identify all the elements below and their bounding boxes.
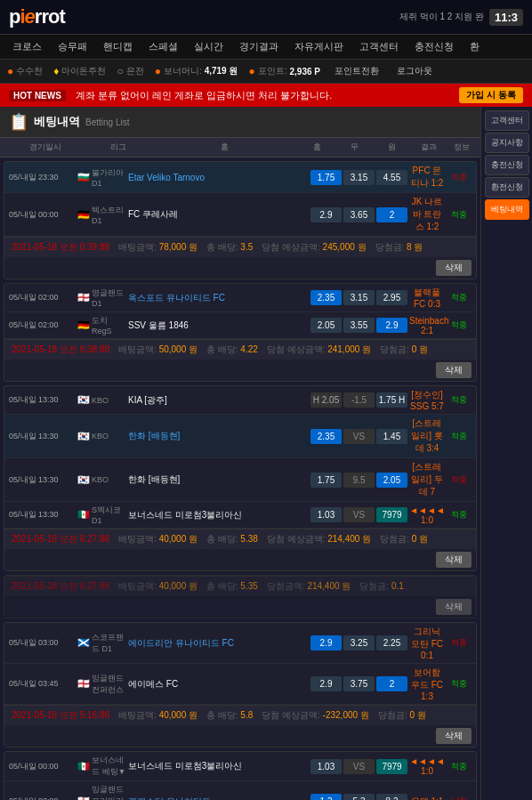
away-odds[interactable]: 7979 xyxy=(376,759,407,774)
nav-charge[interactable]: 충전신청 xyxy=(407,35,461,59)
total-odds: 총 배당: 4.22 xyxy=(206,343,258,356)
away-odds[interactable]: 2.95 xyxy=(376,290,407,305)
game-league: 🇩🇪텍스트리 D1 xyxy=(77,205,126,225)
page-indicator: 제쥐 먹이 1 2 지원 완 xyxy=(399,11,484,23)
nav-board[interactable]: 자유게시판 xyxy=(287,35,351,59)
nav-extra[interactable]: 환 xyxy=(463,35,487,59)
info-status: 적중 xyxy=(447,394,472,406)
home-odds[interactable]: 2.05 xyxy=(310,318,342,333)
away-odds[interactable]: 2.25 xyxy=(376,635,407,651)
home-odds[interactable]: 1.3 xyxy=(310,794,342,800)
home-odds[interactable]: 2.35 xyxy=(310,290,342,305)
total-odds: 총 배당: 5.38 xyxy=(206,533,258,545)
bet-info: 2021-05-18 오전 6:38:88 배팅금액: 50,000 원 총 배… xyxy=(4,339,476,360)
nav-results[interactable]: 경기결과 xyxy=(232,35,286,59)
col-result: 결과 xyxy=(411,141,447,153)
bet-group-2: 05/내일 02:00 🏴󠁧󠁢󠁥󠁮󠁧󠁿영글랜드 D1 옥스포드 유나이티드 FC… xyxy=(4,283,477,382)
delete-row-1: 삭제 xyxy=(4,257,476,279)
betting-list-subtitle: Betting List xyxy=(85,117,129,127)
nav-special[interactable]: 스페셜 xyxy=(141,35,185,59)
away-odds[interactable]: 7979 xyxy=(376,507,407,522)
away-odds[interactable]: 8.3 xyxy=(376,794,407,800)
home-odds[interactable]: 1.75 xyxy=(310,170,342,185)
away-odds[interactable]: 2.05 xyxy=(376,473,407,488)
info-status: 적중 xyxy=(447,292,472,303)
home-odds[interactable]: 1.75 xyxy=(310,473,342,488)
away-odds[interactable]: 1.45 xyxy=(376,429,407,444)
away-odds[interactable]: 2.9 xyxy=(376,318,407,333)
bet-info: 2021-05-18 오전 6:27:88 배팅금액: 40,000 원 총 배… xyxy=(4,576,476,596)
bet-date: 2021-05-18 오전 0:39:88 xyxy=(12,241,109,254)
bet-date: 2021-05-18 오전 6:27:88 xyxy=(12,533,109,545)
draw-odds[interactable]: 3.25 xyxy=(343,635,375,651)
game-datetime: 05/내일 00:00 xyxy=(9,209,76,221)
betting-list-header: 📋 베팅내역 Betting List xyxy=(0,107,480,138)
away-odds[interactable]: 2 xyxy=(376,676,407,691)
draw-odds[interactable]: 3.15 xyxy=(343,290,375,305)
table-row: 05/내일 13:30 🇰🇷KBO 한화 [배등현] 1.75 9.5 2.05… xyxy=(4,458,476,502)
sidebar-btn-exchange[interactable]: 환전신청 xyxy=(485,177,529,198)
home-odds[interactable]: 2.9 xyxy=(310,207,342,222)
draw-odds[interactable]: 5.3 xyxy=(343,794,375,800)
game-league: 🇲🇽S멕시코 D1 xyxy=(77,505,126,525)
nav-customer[interactable]: 고객센터 xyxy=(352,35,406,59)
bet-group-4: 05/내일 03:00 🏴󠁧󠁢󠁳󠁣󠁴󠁿스코프랜드 D1 에이드리안 유나이티드 … xyxy=(4,622,477,747)
home-team: SSV 울름 1846 xyxy=(128,319,309,332)
home-odds[interactable]: 1.03 xyxy=(310,759,342,774)
home-odds[interactable]: 2.35 xyxy=(310,429,342,444)
info-status: 낙첨 xyxy=(447,796,472,800)
nav-win-draw-lose[interactable]: 승무패 xyxy=(51,35,94,59)
home-team: 보너스네드 미로첨3불리아신 xyxy=(128,509,309,521)
col-draw: 무 xyxy=(336,141,372,153)
table-row: 05/내일 13:30 🇰🇷KBO 한화 [배등현] 2.35 VS 1.45 … xyxy=(4,415,476,458)
draw-odds[interactable]: 3.55 xyxy=(343,318,375,333)
delete-button-3[interactable]: 삭제 xyxy=(436,552,472,568)
home-odds[interactable]: 2.9 xyxy=(310,676,342,691)
delete-button-2[interactable]: 삭제 xyxy=(436,362,472,378)
home-odds[interactable]: 2.9 xyxy=(310,635,342,651)
away-odds[interactable]: 2 xyxy=(376,207,407,222)
bet-info: 2021-05-18 오전 5:16:88 배팅금액: 40,000 원 총 배… xyxy=(4,705,476,725)
nav-live[interactable]: 실시간 xyxy=(187,35,230,59)
sidebar-btn-notice[interactable]: 공지사항 xyxy=(485,133,529,153)
delete-button-partial[interactable]: 삭제 xyxy=(436,599,472,615)
delete-row-3: 삭제 xyxy=(4,549,476,570)
game-datetime: 05/내일 00:00 xyxy=(9,761,76,772)
away-odds[interactable]: 1.75 H xyxy=(376,392,407,408)
col-date: 경기일시 xyxy=(5,141,85,153)
actual-win: 당첨금: 0.1 xyxy=(359,580,403,593)
draw-odds[interactable]: 3.75 xyxy=(343,676,375,691)
nav-handicap[interactable]: 핸디캡 xyxy=(96,35,140,59)
bet-info: 2021-05-18 오전 6:27:88 배팅금액: 40,000 원 총 배… xyxy=(4,529,476,549)
point-convert[interactable]: 포인트전환 xyxy=(331,63,383,79)
game-league: 🇰🇷KBO xyxy=(77,394,126,406)
join-button[interactable]: 가입 시 동록 xyxy=(459,87,523,103)
result-team: Steinbach 2:1 xyxy=(409,316,445,335)
bet-amount: 배팅금액: 40,000 원 xyxy=(118,580,197,593)
game-league: 🇩🇪도치 RegS xyxy=(77,315,126,335)
col-home-odds: 홈 xyxy=(299,141,335,153)
draw-odds[interactable]: 3.15 xyxy=(343,170,375,185)
delete-button-4[interactable]: 삭제 xyxy=(436,728,472,744)
sidebar-btn-customer[interactable]: 고객센터 xyxy=(485,110,529,131)
sidebar-btn-charge[interactable]: 충전신청 xyxy=(485,155,529,175)
nav-cross[interactable]: 크로스 xyxy=(5,35,49,59)
home-odds[interactable]: 1.03 xyxy=(310,507,342,522)
content-area: 📋 베팅내역 Betting List 경기일시 리그 홈 홈 무 원 결과 정… xyxy=(0,107,480,800)
current-time: 11:3 xyxy=(489,9,523,26)
col-away-odds: 원 xyxy=(374,141,409,153)
delete-button-1[interactable]: 삭제 xyxy=(436,260,472,276)
away-odds[interactable]: 4.55 xyxy=(376,170,407,185)
result-team: 보어함 우드 FC 1:3 xyxy=(409,667,445,701)
table-row: 05/내일 13:30 🇰🇷KBO KIA [광주] H 2.05 -1.5 1… xyxy=(4,386,476,415)
notepad-icon: 📋 xyxy=(9,112,28,132)
home-team: 한화 [배등현] xyxy=(128,473,309,486)
game-datetime: 05/내일 02:00 xyxy=(9,796,76,800)
draw-odds[interactable]: 3.65 xyxy=(343,207,375,222)
result-team: ◄◄◄◄ 1:0 xyxy=(409,756,445,776)
logout[interactable]: 로그아웃 xyxy=(393,63,436,79)
info-status: 적중 xyxy=(447,678,472,690)
game-league: 🇧🇬불가리아 D1 xyxy=(77,167,126,188)
sidebar-btn-betting[interactable]: 베팅내역 xyxy=(485,199,529,220)
col-match: 홈 xyxy=(151,141,297,153)
